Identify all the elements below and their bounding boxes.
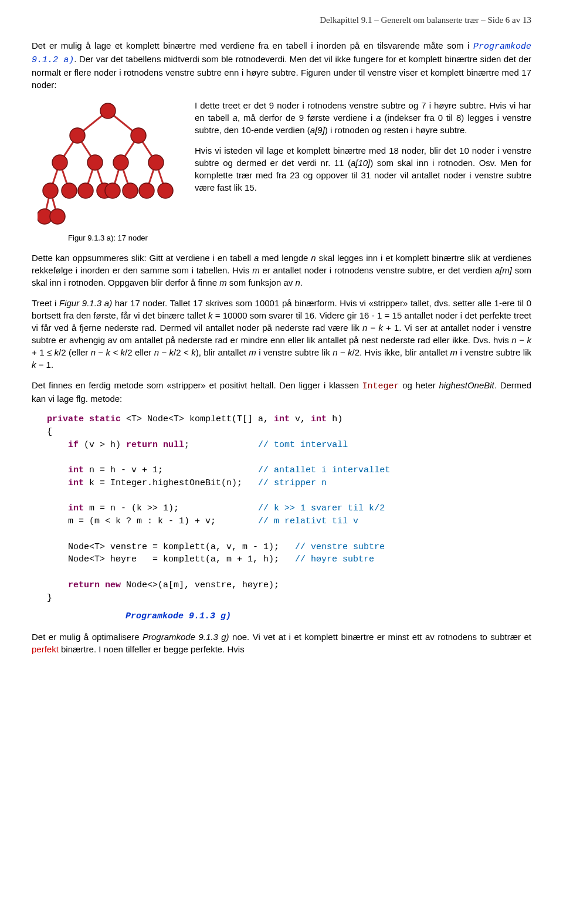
svg-point-20 bbox=[87, 155, 103, 170]
t: med lengde bbox=[259, 253, 311, 263]
page-header: Delkapittel 9.1 – Generelt om balanserte… bbox=[32, 14, 531, 26]
t: − bbox=[338, 347, 348, 357]
t: k bbox=[169, 347, 174, 357]
t: n bbox=[311, 253, 316, 263]
t: + 1 ≤ bbox=[32, 347, 55, 357]
t: Integer bbox=[362, 381, 399, 391]
t: i venstre subtre lik bbox=[256, 347, 333, 357]
p1a: Det er mulig å lage et komplett binærtre… bbox=[32, 40, 473, 50]
intro-paragraph: Det er mulig å lage et komplett binærtre… bbox=[32, 39, 531, 91]
t: m bbox=[219, 277, 227, 287]
code-label: Programkode 9.1.3 g) bbox=[126, 610, 531, 622]
t: , må derfor de 9 første verdiene i bbox=[238, 113, 376, 123]
t: k bbox=[32, 360, 36, 370]
t: k bbox=[348, 347, 352, 357]
summary-paragraph: Dette kan oppsummeres slik: Gitt at verd… bbox=[32, 252, 531, 289]
t: som funksjon av bbox=[227, 277, 296, 287]
t: − bbox=[367, 323, 378, 333]
t: a[9] bbox=[310, 125, 325, 135]
t: n bbox=[91, 347, 96, 357]
t: /2 eller bbox=[125, 347, 154, 357]
svg-point-28 bbox=[123, 183, 138, 198]
closing-paragraph: Det er mulig å optimalisere Programkode … bbox=[32, 631, 531, 655]
t: /2. Hvis ikke, blir antallet bbox=[352, 347, 450, 357]
svg-point-24 bbox=[62, 183, 77, 198]
t: /2 (eller bbox=[59, 347, 91, 357]
svg-point-27 bbox=[105, 183, 120, 198]
svg-point-21 bbox=[113, 155, 128, 170]
t: binærtre. I noen tilfeller er begge perf… bbox=[59, 644, 245, 654]
code-block: private static <T> Node<T> komplett(T[] … bbox=[47, 413, 531, 604]
t: noe. Vi vet at i et komplett binærtre er… bbox=[229, 632, 531, 642]
t: a[m] bbox=[495, 265, 512, 275]
t: k bbox=[527, 335, 531, 345]
svg-point-30 bbox=[158, 183, 173, 198]
t: ) i rotnoden og resten i høyre subtre. bbox=[325, 125, 467, 135]
svg-point-29 bbox=[139, 183, 154, 198]
t: er antallet noder i rotnodens venstre su… bbox=[260, 265, 495, 275]
t: k bbox=[55, 347, 59, 357]
svg-point-17 bbox=[70, 128, 85, 143]
t: a[10] bbox=[351, 158, 370, 168]
t: Det er mulig å optimalisere bbox=[32, 632, 143, 642]
t: m bbox=[450, 347, 458, 357]
t: − 1. bbox=[36, 360, 54, 370]
figure-caption: Figur 9.1.3 a): 17 noder bbox=[68, 233, 148, 243]
t: n bbox=[511, 335, 516, 345]
t: < bbox=[110, 347, 121, 357]
t: a bbox=[376, 113, 381, 123]
beside-paragraph-1: I dette treet er det 9 noder i rotnodens… bbox=[195, 99, 531, 136]
svg-point-16 bbox=[100, 103, 116, 119]
svg-point-23 bbox=[43, 183, 58, 198]
t: Dette kan oppsummeres slik: Gitt at verd… bbox=[32, 253, 254, 263]
t: n bbox=[154, 347, 159, 357]
t: . bbox=[300, 277, 303, 287]
t: k bbox=[121, 347, 126, 357]
t: m bbox=[252, 265, 260, 275]
t: /2 < bbox=[174, 347, 191, 357]
t: og heter bbox=[399, 380, 439, 390]
svg-point-25 bbox=[78, 183, 93, 198]
svg-point-18 bbox=[131, 128, 146, 143]
t: Det finnes en ferdig metode som «strippe… bbox=[32, 380, 362, 390]
svg-point-32 bbox=[50, 209, 65, 224]
t: a bbox=[233, 113, 238, 123]
svg-point-19 bbox=[52, 155, 67, 170]
method-paragraph: Det finnes en ferdig metode som «strippe… bbox=[32, 379, 531, 405]
t: m bbox=[249, 347, 256, 357]
t: k bbox=[106, 347, 111, 357]
tree-figure bbox=[38, 99, 178, 228]
p1c: . Der var det tabellens midtverdi som bl… bbox=[32, 54, 531, 90]
svg-point-22 bbox=[148, 155, 164, 170]
t: n bbox=[333, 347, 337, 357]
t: perfekt bbox=[32, 644, 59, 654]
t: highestOneBit bbox=[439, 380, 494, 390]
t: Figur 9.1.3 a) bbox=[59, 298, 112, 308]
t: k bbox=[191, 347, 196, 357]
t: n bbox=[295, 277, 300, 287]
t: Treet i bbox=[32, 298, 59, 308]
t: Programkode 9.1.3 g) bbox=[143, 632, 229, 642]
t: − bbox=[96, 347, 106, 357]
analysis-paragraph: Treet i Figur 9.1.3 a) har 17 noder. Tal… bbox=[32, 297, 531, 371]
t: i venstre subtre lik bbox=[457, 347, 531, 357]
beside-paragraph-2: Hvis vi isteden vil lage et komplett bin… bbox=[195, 144, 531, 194]
t: − bbox=[517, 335, 527, 345]
t: ), blir antallet bbox=[196, 347, 249, 357]
t: − bbox=[159, 347, 169, 357]
t: k bbox=[378, 323, 383, 333]
